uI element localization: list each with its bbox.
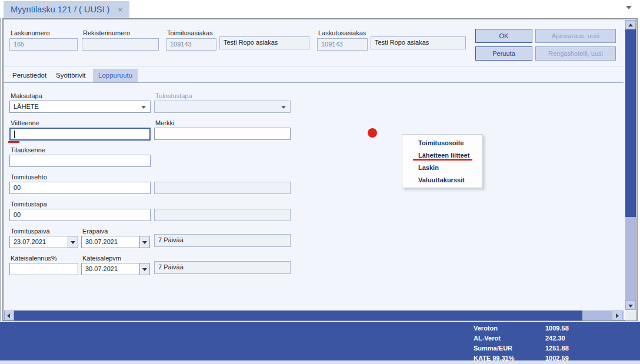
rengashotelli-uusi-button[interactable]: Rengashotelli, uusi [535,46,616,61]
menu-item-toimitusosoite[interactable]: Toimitusosoite [402,138,482,150]
tulostustapa-label: Tulostustapa [155,92,192,99]
ok-button[interactable]: OK [475,29,532,43]
footer-strip [0,360,640,364]
toimituspaiva-label: Toimituspäivä [11,228,50,235]
laskunumero-field: 165 [9,38,78,51]
chevron-down-icon[interactable] [139,236,149,248]
totals-row-alverot: AL-Verot 242.30 [474,335,638,345]
viitteenne-input[interactable] [9,128,151,141]
kateisalepvm-datepicker[interactable]: 30.07.2021 [81,263,150,275]
laskutusasiakas-label: Laskutusasiakas [318,29,366,36]
totals-label: Summa/EUR [474,345,512,352]
annotation-red-dot [368,128,377,138]
tilauksenne-label: Tilauksenne [11,146,45,153]
chevron-down-icon [281,106,286,109]
app-window: Myyntilasku 121 / ( UUSI ) × Laskunumero… [0,0,640,364]
toimitusasiakas-code-field: 109143 [166,38,216,51]
toimitustapa-label: Toimitustapa [11,201,47,208]
header-separator [4,66,624,67]
toimitusasiakas-label: Toimitusasiakas [167,29,213,36]
erapaiva-label: Eräpäivä [82,228,108,235]
maksutapa-combo[interactable]: LÄHETE [9,101,151,113]
laskutusasiakas-name-field: Testi Ropo asiakas [371,36,466,49]
arrow-down-icon [628,305,633,308]
laskutusasiakas-code-field: 109143 [317,38,368,51]
kateisalepvm-label: Käteisalepvm [82,255,121,262]
text-cursor [14,131,15,138]
toimitustapa-input[interactable]: 00 [9,209,151,221]
scrollbar-corner [625,310,636,320]
tilauksenne-input[interactable] [9,155,151,167]
totals-value: 1009.58 [545,325,569,332]
vertical-scrollbar-thumb[interactable] [625,29,636,217]
menu-item-valuuttakurssit[interactable]: Valuuttakurssit [402,175,482,187]
viitteenne-label: Viitteenne [11,119,39,126]
ajanvaraus-uusi-button[interactable]: Ajanvaraus, uusi [535,29,616,43]
totals-label: Veroton [474,325,498,332]
maksutapa-value: LÄHETE [14,103,39,110]
scroll-down-button[interactable] [625,300,636,310]
close-icon[interactable]: × [118,5,122,14]
tabstrip-separator [4,82,624,83]
scroll-up-button[interactable] [625,20,636,29]
tab-syottorivit[interactable]: Syöttörivit [51,69,91,82]
annotation-underline-viitteenne [8,141,19,143]
toimitusehto-label: Toimitusehto [11,173,47,181]
context-menu: Toimitusosoite Lähetteen liitteet Laskin… [402,134,483,188]
chevron-down-icon[interactable] [68,236,78,248]
invoice-panel [2,18,638,321]
totals-statusbar: Veroton 1009.58 AL-Verot 242.30 Summa/EU… [0,322,640,360]
horizontal-scrollbar-thumb[interactable] [14,310,582,320]
totals-label: AL-Verot [474,335,501,342]
merkki-input[interactable] [154,128,291,140]
rekisterinumero-label: Rekisterinumero [83,29,130,36]
chevron-down-icon[interactable] [626,6,632,9]
tab-perustiedot[interactable]: Perustiedot [7,69,52,82]
scroll-right-button[interactable] [612,310,622,320]
toimitustapa-info-field [154,209,291,221]
merkki-label: Merkki [155,119,174,126]
toimituspaiva-value: 23.07.2021 [14,238,46,245]
kateisalennus-label: Käteisalennus% [11,255,57,262]
peruuta-button[interactable]: Peruuta [475,46,532,61]
menu-item-laskin[interactable]: Laskin [402,162,482,175]
tab-loppuruutu[interactable]: Loppuruutu [93,69,138,82]
chevron-down-icon[interactable] [139,263,149,275]
erapaiva-value: 30.07.2021 [85,238,118,245]
arrow-left-icon [7,313,10,318]
totals-row-summa: Summa/EUR 1251.88 [474,345,638,355]
kateisalepvm-value: 30.07.2021 [85,265,118,272]
window-edge [0,18,1,321]
arrow-right-icon [616,313,619,318]
maksutapa-label: Maksutapa [11,92,42,99]
toimitusehto-info-field [154,182,291,194]
laskunumero-label: Laskunumero [11,29,50,36]
erapaiva-datepicker[interactable]: 30.07.2021 [81,236,150,248]
tulostustapa-combo [154,101,291,113]
document-tab-title: Myyntilasku 121 / ( UUSI ) [11,5,109,14]
chevron-down-icon[interactable] [141,106,146,109]
toimituspaiva-datepicker[interactable]: 23.07.2021 [9,236,78,248]
annotation-underline-menu-item [413,159,472,161]
document-tab[interactable]: Myyntilasku 121 / ( UUSI ) × [4,1,129,18]
totals-value: 1251.88 [545,345,569,352]
rekisterinumero-field [82,38,159,51]
toimitusehto-input[interactable]: 00 [9,182,151,194]
kateisalepvm-info-field: 7 Päivää [154,261,291,274]
erapaiva-info-field: 7 Päivää [154,234,291,247]
totals-value: 242.30 [545,335,565,342]
totals-row-veroton: Veroton 1009.58 [474,325,638,335]
kateisalennus-input[interactable] [9,263,78,275]
toimitusasiakas-name-field: Testi Ropo asiakas [219,36,309,49]
arrow-up-icon [628,24,633,26]
scroll-left-button[interactable] [4,310,14,320]
